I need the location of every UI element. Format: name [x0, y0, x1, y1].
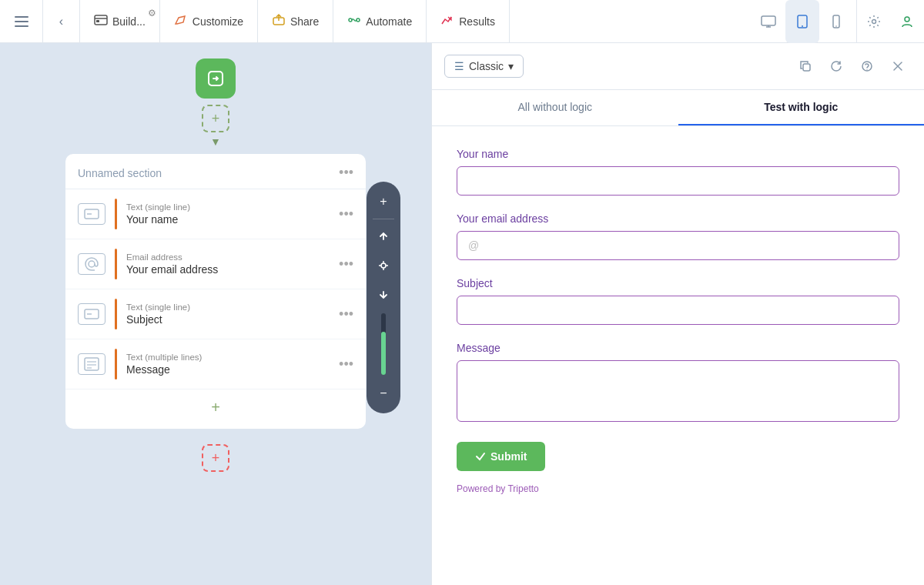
field-more-email-btn[interactable]: •••: [339, 256, 353, 272]
refresh-btn[interactable]: [822, 52, 850, 80]
field-type-label: Text (single line): [126, 202, 330, 212]
field-display-email: Your email address: [126, 263, 330, 276]
toolbar-down-btn[interactable]: [370, 281, 397, 309]
add-field-btn[interactable]: +: [65, 389, 366, 416]
field-display-message: Message: [126, 363, 330, 376]
floating-toolbar: +: [367, 182, 400, 413]
text-field-icon: [78, 203, 105, 225]
hamburger-icon: [15, 16, 28, 27]
results-icon: [440, 13, 454, 30]
section-header: Unnamed section •••: [65, 154, 366, 189]
multiline-field-icon: [78, 353, 105, 375]
preview-input-message[interactable]: [457, 360, 899, 422]
email-field-icon: [78, 253, 105, 275]
field-accent-email: [115, 249, 117, 279]
field-type-email-label: Email address: [126, 252, 330, 262]
back-button[interactable]: ‹: [43, 0, 80, 43]
mobile-view-btn[interactable]: [819, 0, 853, 43]
field-display-subject: Subject: [126, 313, 330, 326]
results-label: Results: [459, 15, 495, 28]
svg-point-4: [349, 18, 352, 22]
plus-toolbar-icon: +: [380, 195, 387, 209]
preview-input-subject[interactable]: [457, 296, 899, 325]
toolbar-center-btn[interactable]: [370, 252, 397, 279]
customize-icon: [174, 13, 188, 30]
right-header-icons: [792, 52, 912, 80]
nav-settings-btn[interactable]: [856, 0, 890, 43]
right-panel: ☰ Classic ▾: [431, 43, 924, 585]
user-btn[interactable]: [890, 0, 924, 43]
automate-icon: [347, 13, 361, 30]
preview-field-message: Message: [457, 342, 899, 425]
field-row-name[interactable]: Text (single line) Your name •••: [65, 189, 366, 239]
submit-button[interactable]: Submit: [457, 442, 545, 471]
preview-input-email[interactable]: [457, 231, 899, 260]
hamburger-menu[interactable]: [0, 0, 43, 43]
submit-label: Submit: [490, 450, 527, 463]
bottom-add-area: +: [202, 444, 229, 475]
nav-build[interactable]: Build... ⚙: [80, 0, 160, 43]
preview-label-message: Message: [457, 342, 899, 354]
share-icon: [272, 13, 286, 30]
field-more-subject-btn[interactable]: •••: [339, 306, 353, 323]
share-label: Share: [290, 15, 319, 28]
field-more-message-btn[interactable]: •••: [339, 356, 353, 373]
svg-rect-30: [803, 64, 810, 71]
svg-point-32: [866, 69, 867, 70]
close-btn[interactable]: [884, 52, 912, 80]
preview-label-subject: Subject: [457, 277, 899, 289]
field-row-message[interactable]: Text (multiple lines) Message •••: [65, 339, 366, 389]
svg-point-14: [905, 17, 909, 22]
add-before-section-btn[interactable]: +: [202, 105, 229, 132]
zoom-slider-track[interactable]: [381, 313, 386, 375]
section-title: Unnamed section: [78, 167, 162, 179]
right-header: ☰ Classic ▾: [432, 43, 924, 90]
add-after-section-btn[interactable]: +: [202, 444, 229, 472]
back-icon: ‹: [59, 15, 63, 28]
field-info-subject: Text (single line) Subject: [126, 303, 330, 326]
nav-results[interactable]: Results: [427, 0, 510, 43]
classic-dropdown[interactable]: ☰ Classic ▾: [444, 55, 524, 78]
preview-tabs: All without logic Test with logic: [432, 90, 924, 126]
preview-field-subject: Subject: [457, 277, 899, 325]
add-field-icon: +: [211, 399, 220, 416]
toolbar-add-btn[interactable]: +: [370, 188, 397, 216]
minus-toolbar-icon: −: [380, 386, 387, 400]
field-more-btn[interactable]: •••: [339, 206, 353, 222]
form-preview: Your name Your email address Subject Mes…: [432, 126, 924, 585]
tab-test-with-logic[interactable]: Test with logic: [678, 90, 925, 125]
toolbar-up-btn[interactable]: [370, 222, 397, 250]
preview-input-name[interactable]: [457, 166, 899, 196]
dropdown-arrow: ▾: [508, 60, 514, 72]
left-panel: + ▼ Unnamed section ••• Text (single lin…: [0, 43, 431, 585]
field-row-email[interactable]: Email address Your email address •••: [65, 239, 366, 289]
plus-icon-bottom: +: [212, 450, 220, 466]
desktop-view-btn[interactable]: [752, 0, 785, 43]
nav-automate[interactable]: Automate: [333, 0, 427, 43]
field-accent: [115, 199, 117, 229]
nav-customize[interactable]: Customize: [160, 0, 258, 43]
dropdown-label: Classic: [469, 60, 504, 72]
svg-point-13: [872, 19, 875, 23]
nav-share[interactable]: Share: [258, 0, 333, 43]
field-row-subject[interactable]: Text (single line) Subject •••: [65, 289, 366, 339]
copy-btn[interactable]: [792, 52, 819, 80]
customize-label: Customize: [192, 15, 243, 28]
toolbar-minus-btn[interactable]: −: [370, 379, 397, 407]
preview-field-email: Your email address: [457, 212, 899, 260]
field-info-message: Text (multiple lines) Message: [126, 353, 330, 376]
svg-point-18: [89, 261, 95, 267]
help-btn[interactable]: [853, 52, 881, 80]
powered-by: Powered by Tripetto: [457, 483, 899, 494]
svg-point-10: [802, 25, 803, 27]
svg-point-12: [835, 25, 837, 27]
section-more-btn[interactable]: •••: [339, 165, 353, 181]
field-info-name: Text (single line) Your name: [126, 202, 330, 226]
field-type-subject-label: Text (single line): [126, 303, 330, 312]
lines-icon: ☰: [454, 60, 464, 72]
tab-all-without-logic[interactable]: All without logic: [432, 90, 678, 125]
preview-field-name: Your name: [457, 148, 899, 196]
form-start-icon[interactable]: [196, 58, 236, 99]
main-content: + ▼ Unnamed section ••• Text (single lin…: [0, 43, 924, 585]
tablet-view-btn[interactable]: [785, 0, 819, 43]
